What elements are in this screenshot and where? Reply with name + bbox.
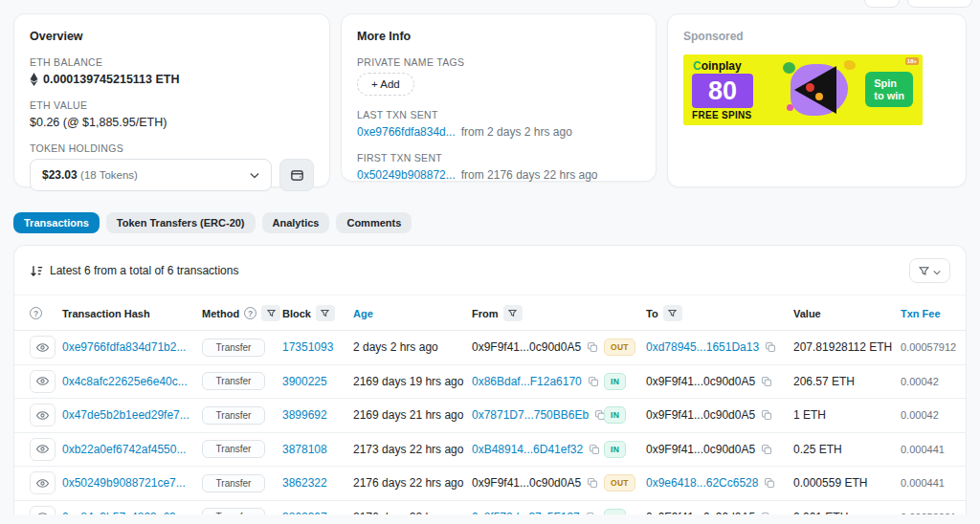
method-cell: Transfer	[202, 406, 282, 425]
tab-comments[interactable]: Comments	[336, 212, 412, 233]
method-filter-button[interactable]	[261, 305, 280, 321]
tx-hash-link[interactable]: 0xe9766fdfa834d71b2...	[62, 340, 186, 354]
view-tx-details-button[interactable]	[30, 506, 56, 514]
copy-icon[interactable]	[765, 341, 776, 353]
col-age-toggle[interactable]: Age	[353, 308, 472, 319]
method-badge: Transfer	[202, 440, 265, 458]
to-address: 0x9F9f41...0c90d0A5	[646, 511, 755, 514]
table-row: 0x50249b9088721ce7...Transfer38623222176…	[14, 467, 966, 501]
to-cell: 0x9F9f41...0c90d0A5	[646, 375, 793, 388]
txn-fee-cell: 0.00053001	[901, 512, 956, 514]
age-cell: 2169 days 21 hrs ago	[353, 408, 472, 422]
ad-free-spins-number: 80	[692, 74, 753, 108]
from-address-link[interactable]: 0xB48914...6D41ef32	[472, 443, 583, 456]
copy-icon[interactable]	[761, 444, 772, 455]
view-tx-details-button[interactable]	[30, 471, 56, 494]
block-link[interactable]: 3878108	[282, 443, 327, 456]
tx-hash-link[interactable]: 0x50249b9088721ce7...	[62, 476, 186, 490]
table-filter-button[interactable]	[909, 258, 950, 283]
copy-icon[interactable]	[586, 512, 597, 514]
copy-icon[interactable]	[594, 409, 604, 421]
chevron-down-icon	[933, 264, 941, 278]
first-txn-hash-link[interactable]: 0x50249b908872...	[357, 168, 456, 182]
copy-icon[interactable]	[761, 376, 772, 387]
ad-spin-to-win-button[interactable]: Spin to win	[865, 72, 913, 107]
ad-age-badge: 18+	[905, 57, 919, 65]
overview-title: Overview	[30, 30, 314, 43]
from-cell: 0x9F9f41...0c90d0A5	[472, 340, 604, 354]
add-name-tag-button[interactable]: + Add	[357, 73, 414, 96]
direction-badge: IN	[604, 373, 626, 390]
copy-icon[interactable]	[589, 444, 600, 455]
tx-hash-link[interactable]: 0xb22a0ef6742af4550...	[62, 443, 186, 456]
to-cell: 0xd78945...1651Da13	[646, 340, 793, 354]
direction-cell: OUT	[604, 338, 646, 356]
txn-fee-cell: 0.000441	[901, 444, 956, 455]
txn-fee-cell: 0.00042	[901, 409, 956, 421]
block-link[interactable]: 17351093	[282, 340, 333, 354]
value-cell: 0.000559 ETH	[793, 476, 901, 490]
from-address-link[interactable]: 0x8f572d...37c5F137	[472, 511, 580, 514]
value-cell: 207.81928112 ETH	[793, 340, 901, 354]
block-link[interactable]: 3862322	[282, 476, 327, 490]
view-tx-details-button[interactable]	[30, 370, 56, 393]
last-txn-sent-label: LAST TXN SENT	[357, 109, 640, 120]
from-address-link[interactable]: 0x7871D7...750BB6Eb	[472, 408, 589, 422]
copy-icon[interactable]	[587, 477, 598, 489]
sort-icon	[30, 265, 43, 277]
more-button[interactable]: More ⌄	[907, 0, 972, 8]
tx-hash-link[interactable]: 0x47de5b2b1eed29fe7...	[62, 408, 189, 422]
copy-icon[interactable]	[588, 376, 599, 387]
tab-token-transfers[interactable]: Token Transfers (ERC-20)	[106, 212, 256, 233]
tab-analytics[interactable]: Analytics	[262, 212, 330, 233]
view-tx-details-button[interactable]	[30, 336, 56, 359]
block-cell: 17351093	[282, 340, 353, 354]
block-link[interactable]: 3862307	[282, 511, 327, 514]
tx-hash-link[interactable]: 0x4c8afc22625e6e40c...	[62, 375, 188, 388]
table-row: 0xe9766fdfa834d71b2...Transfer173510932 …	[14, 331, 966, 365]
last-txn-hash-link[interactable]: 0xe9766fdfa834d...	[357, 125, 456, 139]
block-link[interactable]: 3900225	[282, 375, 327, 388]
method-badge: Transfer	[202, 406, 265, 425]
tab-transactions[interactable]: Transactions	[13, 212, 100, 233]
copy-icon[interactable]	[587, 341, 598, 353]
wallet-view-button[interactable]	[279, 159, 314, 191]
txn-fee-cell: 0.00042	[901, 376, 956, 387]
from-cell: 0xB48914...6D41ef32	[472, 443, 604, 456]
col-txn-fee[interactable]: Txn Fee	[901, 308, 956, 319]
view-tx-details-button[interactable]	[30, 404, 56, 426]
block-cell: 3862322	[282, 476, 353, 490]
section-tabs: Transactions Token Transfers (ERC-20) An…	[0, 187, 980, 233]
col-block: Block	[282, 308, 311, 319]
block-link[interactable]: 3899692	[282, 408, 327, 422]
block-filter-button[interactable]	[316, 305, 335, 321]
ad-coin	[844, 60, 856, 70]
tx-hash-link[interactable]: 0xe84e3b57c4823a63...	[62, 511, 186, 514]
to-filter-button[interactable]	[663, 305, 682, 321]
copy-icon[interactable]	[764, 477, 775, 489]
from-address-link[interactable]: 0x86Bdaf...F12a6170	[472, 375, 582, 388]
coinplay-ad-banner[interactable]: Coinplay 80 FREE SPINS Spin to win 18+	[683, 55, 923, 125]
transactions-card: Latest 6 from a total of 6 transactions …	[13, 245, 967, 514]
view-tx-details-button[interactable]	[30, 438, 56, 461]
help-icon[interactable]: ?	[30, 307, 42, 319]
copy-icon[interactable]	[761, 512, 772, 514]
eye-cell	[30, 370, 62, 393]
method-cell: Transfer	[202, 372, 282, 390]
value-cell: 0.25 ETH	[793, 443, 901, 456]
block-cell: 3899692	[282, 408, 353, 422]
eye-cell	[30, 438, 62, 461]
direction-badge: IN	[604, 406, 626, 424]
to-address-link[interactable]: 0x9e6418...62Cc6528	[646, 476, 758, 490]
col-method: Method	[202, 308, 239, 319]
to-address-link[interactable]: 0xd78945...1651Da13	[646, 340, 759, 354]
from-filter-button[interactable]	[503, 305, 523, 321]
token-holdings-dropdown[interactable]: $23.03 (18 Tokens)	[30, 159, 272, 191]
direction-cell: IN	[604, 509, 646, 514]
favorite-button[interactable]: ☆	[864, 0, 900, 8]
filter-funnel-icon	[919, 266, 929, 276]
method-help-icon[interactable]: ?	[244, 307, 256, 319]
eth-balance-label: ETH BALANCE	[30, 56, 314, 68]
copy-icon[interactable]	[761, 409, 772, 421]
col-to: To	[646, 308, 658, 319]
